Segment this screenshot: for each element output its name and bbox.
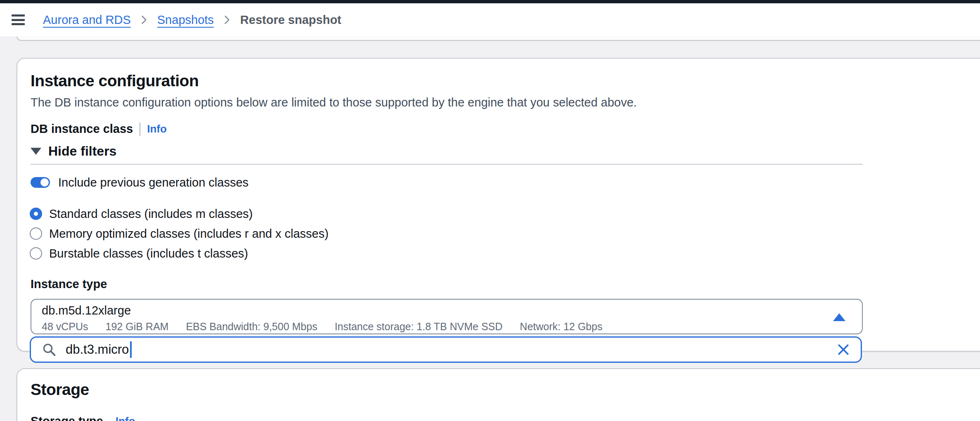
db-instance-class-label: DB instance class (31, 122, 133, 136)
filters-divider (31, 164, 863, 165)
text-cursor (130, 341, 132, 358)
breadcrumb-link[interactable]: Restore snapshot (240, 13, 341, 27)
breadcrumb-item: Snapshots (157, 13, 240, 27)
selected-instance-specs: 48 vCPUs 192 GiB RAM EBS Bandwidth: 9,50… (42, 321, 862, 333)
storage-section: Storage Storage type Info (17, 368, 980, 421)
instance-spec: 192 GiB RAM (106, 321, 169, 333)
top-navigation-bar (0, 0, 980, 3)
radio-label: Standard classes (includes m classes) (49, 207, 253, 221)
selected-instance-name: db.m5d.12xlarge (42, 304, 862, 317)
chevron-right-icon (140, 14, 148, 25)
radio-button-icon[interactable] (30, 247, 42, 260)
class-filter-radio-group: Standard classes (includes m classes) Me… (30, 204, 329, 263)
include-previous-generation-row[interactable]: Include previous generation classes (31, 173, 249, 192)
search-input-value: db.t3.micro (66, 342, 129, 357)
caret-down-icon (31, 148, 41, 155)
radio-option[interactable]: Memory optimized classes (includes r and… (30, 224, 329, 244)
search-icon (42, 342, 57, 357)
section-title: Storage (31, 381, 89, 399)
section-title: Instance configuration (31, 72, 199, 90)
radio-button-icon[interactable] (30, 227, 42, 240)
radio-option[interactable]: Standard classes (includes m classes) (30, 204, 329, 224)
label-divider (140, 123, 140, 136)
radio-button-icon[interactable] (30, 208, 42, 220)
hide-filters-toggle[interactable]: Hide filters (31, 144, 116, 159)
previous-section-card-edge (17, 36, 980, 41)
hide-filters-label: Hide filters (48, 144, 116, 159)
db-instance-class-info-link[interactable]: Info (147, 123, 167, 135)
radio-option[interactable]: Burstable classes (includes t classes) (30, 244, 329, 263)
breadcrumb-link[interactable]: Aurora and RDS (43, 13, 131, 27)
db-instance-class-row: DB instance class Info (31, 122, 167, 136)
instance-spec: 48 vCPUs (42, 321, 88, 333)
instance-spec: Instance storage: 1.8 TB NVMe SSD (335, 321, 503, 333)
include-previous-generation-switch[interactable] (31, 177, 50, 188)
breadcrumb-item: Aurora and RDS (43, 13, 157, 27)
toggle-label: Include previous generation classes (58, 176, 249, 189)
instance-spec: EBS Bandwidth: 9,500 Mbps (186, 321, 317, 333)
chevron-right-icon (223, 14, 231, 25)
instance-type-select[interactable]: db.m5d.12xlarge 48 vCPUs 192 GiB RAM EBS… (31, 299, 863, 334)
instance-spec: Network: 12 Gbps (520, 321, 602, 333)
instance-type-search-input[interactable]: db.t3.micro (30, 336, 862, 363)
storage-type-info-link[interactable]: Info (116, 415, 135, 421)
breadcrumb: Aurora and RDS Snapshots Restore snapsho… (43, 13, 341, 27)
storage-type-label: Storage type (31, 414, 103, 421)
instance-configuration-section: Instance configuration The DB instance c… (17, 58, 980, 352)
radio-label: Burstable classes (includes t classes) (49, 247, 248, 260)
clear-search-icon[interactable] (837, 343, 850, 356)
breadcrumb-item: Restore snapshot (240, 13, 341, 27)
menu-icon[interactable] (12, 14, 26, 25)
toggle-knob (40, 178, 49, 187)
storage-type-row: Storage type Info (31, 414, 135, 421)
section-description: The DB instance configuration options be… (31, 96, 637, 109)
breadcrumb-link[interactable]: Snapshots (157, 13, 214, 27)
instance-type-label: Instance type (31, 277, 107, 291)
breadcrumb-bar: Aurora and RDS Snapshots Restore snapsho… (0, 3, 980, 36)
radio-label: Memory optimized classes (includes r and… (49, 227, 329, 241)
caret-up-icon (833, 313, 845, 321)
